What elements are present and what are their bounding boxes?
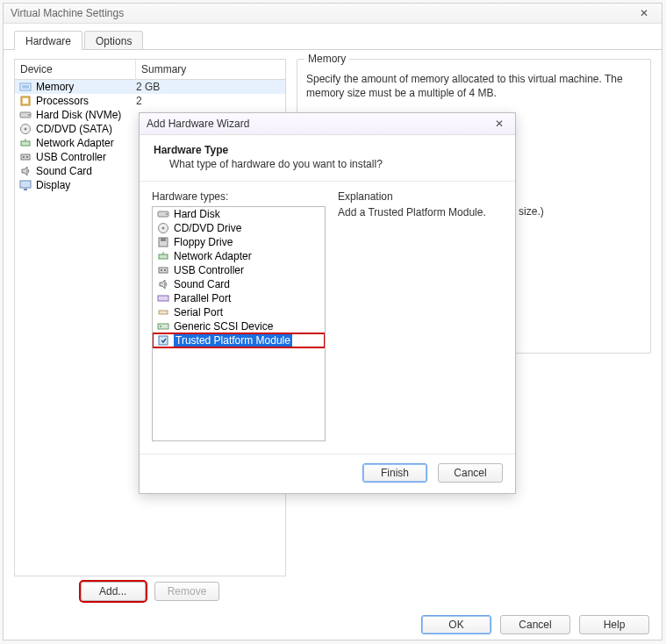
col-device[interactable]: Device (15, 60, 136, 79)
sound-icon (18, 165, 32, 177)
explanation-label: Explanation (338, 190, 503, 203)
hardware-type-label: Sound Card (174, 278, 230, 290)
usb-icon (18, 151, 32, 163)
memory-icon (18, 81, 32, 93)
hardware-type-item[interactable]: Serial Port (153, 305, 325, 319)
wizard-title: Add Hardware Wizard (147, 118, 491, 130)
add-hardware-wizard: Add Hardware Wizard ✕ Hardware Type What… (139, 112, 516, 494)
device-summary: 2 (136, 95, 282, 107)
device-name: Memory (36, 81, 74, 93)
hardware-type-item[interactable]: Sound Card (153, 277, 325, 291)
tpm-icon (156, 334, 170, 347)
hardware-type-label: USB Controller (174, 264, 244, 276)
serial-icon (156, 306, 170, 318)
usb-icon (156, 264, 170, 276)
floppy-icon (156, 236, 170, 248)
wizard-subheading: What type of hardware do you want to ins… (154, 158, 501, 170)
hardware-type-label: Hard Disk (174, 208, 220, 220)
disk-icon (18, 109, 32, 121)
cd-icon (156, 222, 170, 234)
hardware-type-label: CD/DVD Drive (174, 222, 241, 234)
hardware-type-label: Serial Port (174, 306, 223, 318)
device-row[interactable]: Memory2 GB (15, 80, 285, 94)
memory-legend: Memory (304, 53, 349, 65)
device-summary: 2 GB (136, 81, 282, 93)
hardware-types-list[interactable]: Hard DiskCD/DVD DriveFloppy DriveNetwork… (152, 206, 326, 441)
finish-button[interactable]: Finish (362, 463, 427, 483)
device-name: Network Adapter (36, 137, 114, 149)
hardware-type-label: Trusted Platform Module (174, 334, 292, 347)
network-icon (18, 137, 32, 149)
device-name: Sound Card (36, 165, 92, 177)
hardware-type-label: Parallel Port (174, 292, 231, 304)
help-button[interactable]: Help (579, 615, 649, 634)
disk-icon (156, 208, 170, 220)
memory-description: Specify the amount of memory allocated t… (306, 72, 641, 100)
hardware-type-item[interactable]: Floppy Drive (153, 235, 325, 249)
add-button[interactable]: Add... (81, 582, 146, 601)
device-name: Processors (36, 95, 89, 107)
hardware-types-label: Hardware types: (152, 190, 326, 203)
wizard-heading: Hardware Type (154, 144, 501, 156)
hardware-type-item[interactable]: Parallel Port (153, 291, 325, 305)
cancel-button[interactable]: Cancel (500, 615, 570, 634)
device-name: CD/DVD (SATA) (36, 123, 112, 135)
parallel-icon (156, 292, 170, 304)
cd-icon (18, 123, 32, 135)
ok-button[interactable]: OK (421, 615, 491, 634)
device-name: Display (36, 179, 70, 191)
col-summary[interactable]: Summary (136, 60, 285, 79)
cpu-icon (18, 95, 32, 107)
wizard-close-button[interactable]: ✕ (491, 118, 508, 130)
device-row[interactable]: Processors2 (15, 94, 285, 108)
hardware-type-label: Generic SCSI Device (174, 320, 273, 333)
dialog-footer: OK Cancel Help (421, 615, 649, 634)
network-icon (156, 250, 170, 262)
hardware-type-item[interactable]: USB Controller (153, 263, 325, 277)
hardware-type-item[interactable]: Network Adapter (153, 249, 325, 263)
tab-hardware[interactable]: Hardware (14, 31, 82, 50)
titlebar: Virtual Machine Settings ✕ (4, 4, 662, 24)
scsi-icon (156, 320, 170, 333)
sound-icon (156, 278, 170, 290)
wizard-cancel-button[interactable]: Cancel (438, 463, 503, 483)
hardware-type-label: Floppy Drive (174, 236, 233, 248)
hardware-type-label: Network Adapter (174, 250, 252, 262)
device-name: Hard Disk (NVMe) (36, 109, 121, 121)
window-title: Virtual Machine Settings (11, 7, 634, 19)
display-icon (18, 179, 32, 191)
hardware-type-item[interactable]: CD/DVD Drive (153, 221, 325, 235)
hardware-type-item[interactable]: Hard Disk (153, 207, 325, 221)
hardware-type-item[interactable]: Generic SCSI Device (153, 319, 325, 333)
device-name: USB Controller (36, 151, 106, 163)
tabstrip: Hardware Options (14, 31, 662, 50)
explanation-text: Add a Trusted Platform Module. (338, 206, 503, 218)
hardware-type-item[interactable]: Trusted Platform Module (153, 333, 325, 347)
remove-button: Remove (154, 582, 220, 601)
window-close-button[interactable]: ✕ (634, 7, 655, 19)
tab-options[interactable]: Options (84, 31, 143, 50)
